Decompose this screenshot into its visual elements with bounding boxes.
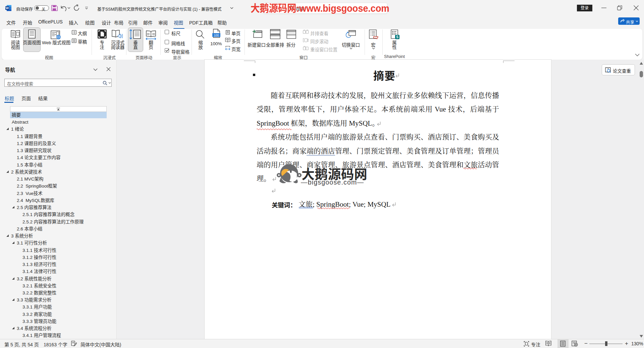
svg-text:100: 100	[214, 33, 219, 37]
svg-text:S: S	[396, 35, 398, 39]
svg-text:W: W	[6, 6, 9, 10]
